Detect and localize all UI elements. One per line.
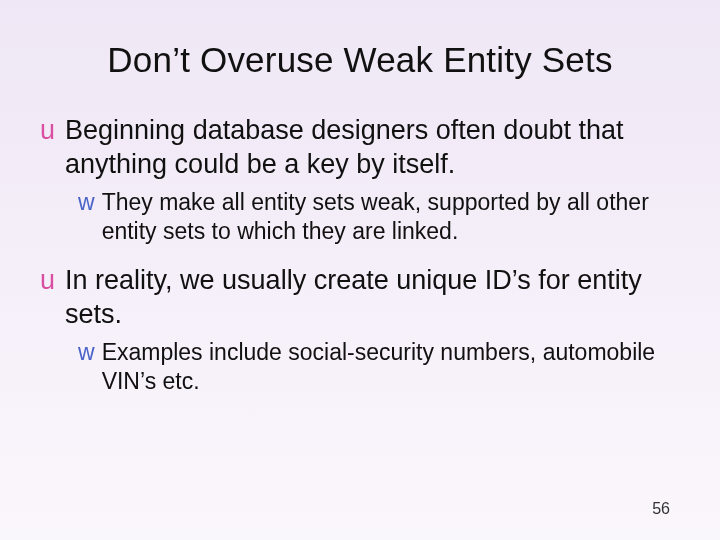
bullet-marker: w: [78, 338, 95, 367]
page-number: 56: [652, 500, 670, 518]
list-item: w They make all entity sets weak, suppor…: [78, 188, 680, 247]
slide-title: Don’t Overuse Weak Entity Sets: [40, 40, 680, 80]
bullet-text: They make all entity sets weak, supporte…: [102, 188, 680, 247]
bullet-text: In reality, we usually create unique ID’…: [65, 264, 680, 332]
bullet-marker: u: [40, 114, 55, 148]
bullet-marker: w: [78, 188, 95, 217]
bullet-text: Examples include social-security numbers…: [102, 338, 680, 397]
list-item: u In reality, we usually create unique I…: [40, 264, 680, 332]
slide: Don’t Overuse Weak Entity Sets u Beginni…: [0, 0, 720, 540]
bullet-marker: u: [40, 264, 55, 298]
list-item: u Beginning database designers often dou…: [40, 114, 680, 182]
bullet-text: Beginning database designers often doubt…: [65, 114, 680, 182]
list-item: w Examples include social-security numbe…: [78, 338, 680, 397]
